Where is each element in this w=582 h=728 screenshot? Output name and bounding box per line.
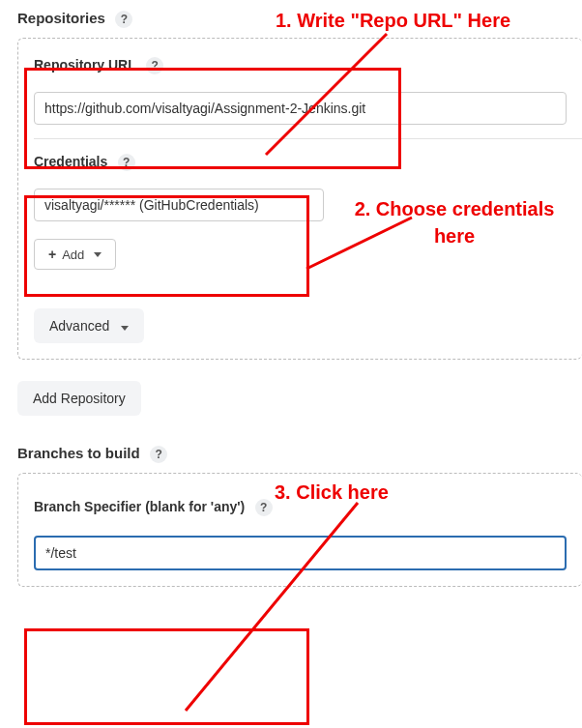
add-label: Add xyxy=(62,248,84,262)
add-repository-label: Add Repository xyxy=(33,391,126,406)
credentials-group: Credentials ? visaltyagi/****** (GitHubC… xyxy=(34,153,567,270)
credentials-select[interactable]: visaltyagi/****** (GitHubCredentials) xyxy=(34,189,324,221)
help-icon[interactable]: ? xyxy=(255,499,273,516)
repo-url-group: Repository URL ? xyxy=(34,56,567,125)
divider xyxy=(34,138,582,139)
chevron-down-icon xyxy=(121,326,129,331)
highlight-box-branch xyxy=(24,628,309,725)
repositories-header: Repositories ? xyxy=(17,10,582,34)
help-icon[interactable]: ? xyxy=(146,57,163,74)
repositories-label: Repositories xyxy=(17,10,105,26)
advanced-label: Advanced xyxy=(49,318,109,334)
repo-url-input[interactable] xyxy=(34,92,567,125)
repo-url-label: Repository URL xyxy=(34,57,136,73)
advanced-button[interactable]: Advanced xyxy=(34,308,144,343)
help-icon[interactable]: ? xyxy=(115,11,132,28)
chevron-down-icon xyxy=(94,252,102,257)
credentials-label: Credentials xyxy=(34,154,107,169)
help-icon[interactable]: ? xyxy=(118,154,135,171)
branches-panel: Branch Specifier (blank for 'any') ? xyxy=(17,473,582,587)
branches-label: Branches to build xyxy=(17,445,140,461)
branches-header: Branches to build ? xyxy=(17,445,582,469)
add-credentials-button[interactable]: + Add xyxy=(34,239,116,270)
branch-specifier-label: Branch Specifier (blank for 'any') xyxy=(34,499,245,514)
plus-icon: + xyxy=(48,247,56,262)
repositories-panel: Repository URL ? Credentials ? visaltyag… xyxy=(17,38,582,360)
branch-specifier-input[interactable] xyxy=(34,536,567,570)
add-repository-button[interactable]: Add Repository xyxy=(17,381,141,416)
help-icon[interactable]: ? xyxy=(150,446,167,463)
credentials-value: visaltyagi/****** (GitHubCredentials) xyxy=(44,197,259,213)
branch-specifier-group: Branch Specifier (blank for 'any') ? xyxy=(34,498,567,570)
